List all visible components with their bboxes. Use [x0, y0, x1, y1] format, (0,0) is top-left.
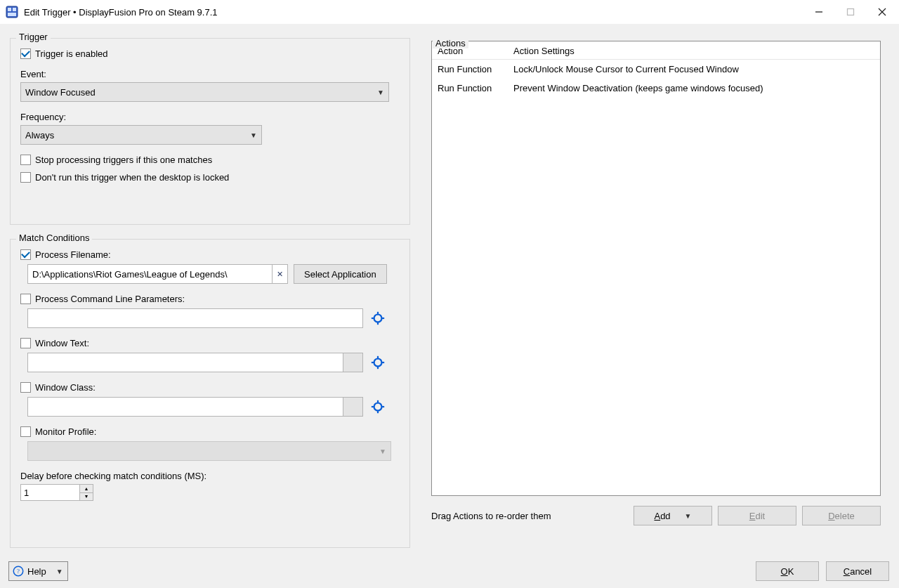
- col-settings-header: Action Settings: [513, 46, 874, 56]
- settings-cell: Lock/Unlock Mouse Cursor to Current Focu…: [513, 64, 874, 74]
- cancel-button[interactable]: Cancel: [826, 561, 889, 581]
- process-filename-label: Process Filename:: [35, 249, 111, 260]
- checkbox-icon: [20, 294, 31, 304]
- frequency-select[interactable]: Always ▼: [20, 125, 262, 145]
- process-cmdline-input[interactable]: [27, 308, 363, 328]
- help-button-label: Help: [27, 566, 46, 577]
- select-application-button[interactable]: Select Application: [294, 264, 387, 284]
- add-button-label: Add: [654, 511, 670, 521]
- frequency-value: Always: [25, 130, 54, 141]
- settings-cell: Prevent Window Deactivation (keeps game …: [513, 83, 874, 93]
- svg-text:?: ?: [17, 568, 20, 575]
- caret-down-icon: ▼: [379, 447, 386, 455]
- checkbox-icon: [20, 172, 31, 183]
- caret-down-icon: ▼: [56, 568, 63, 575]
- cancel-button-label: Cancel: [844, 566, 872, 577]
- window-text-label: Window Text:: [35, 338, 89, 348]
- delay-value-input[interactable]: [20, 484, 79, 501]
- delete-button-label: Delete: [828, 511, 855, 521]
- process-filename-checkbox[interactable]: Process Filename:: [20, 249, 400, 260]
- delete-action-button: Delete: [802, 506, 881, 525]
- process-filename-value: D:\Applications\Riot Games\League of Leg…: [32, 269, 228, 280]
- match-conditions-group: Match Conditions Process Filename: D:\Ap…: [10, 239, 410, 548]
- caret-down-icon: ▼: [685, 512, 692, 520]
- stop-processing-label: Stop processing triggers if this one mat…: [35, 155, 212, 165]
- event-select[interactable]: Window Focused ▼: [20, 82, 389, 102]
- close-button[interactable]: [866, 2, 898, 22]
- title-bar: Edit Trigger • DisplayFusion Pro on Stea…: [0, 0, 899, 24]
- stop-processing-checkbox[interactable]: Stop processing triggers if this one mat…: [20, 155, 400, 165]
- action-cell: Run Function: [438, 83, 513, 93]
- caret-down-icon: ▼: [377, 89, 384, 96]
- table-row[interactable]: Run Function Prevent Window Deactivation…: [432, 79, 880, 98]
- event-value: Window Focused: [25, 87, 96, 98]
- ok-button[interactable]: OK: [756, 561, 819, 581]
- spinner-up-icon[interactable]: ▲: [80, 485, 93, 493]
- dont-run-locked-label: Don't run this trigger when the desktop …: [35, 172, 229, 183]
- help-icon: ?: [12, 565, 25, 577]
- add-action-button[interactable]: Add ▼: [634, 506, 712, 525]
- reorder-hint: Drag Actions to re-order them: [431, 511, 628, 521]
- checkbox-icon: [20, 155, 31, 165]
- caret-down-icon: ▼: [250, 131, 257, 139]
- svg-point-13: [374, 359, 382, 367]
- trigger-enabled-label: Trigger is enabled: [35, 48, 108, 59]
- process-cmdline-label: Process Command Line Parameters:: [35, 294, 185, 304]
- svg-rect-5: [847, 9, 853, 15]
- checkbox-icon: [20, 382, 31, 393]
- select-application-label: Select Application: [304, 269, 376, 280]
- window-class-regex-button[interactable]: [343, 397, 363, 417]
- svg-rect-1: [8, 8, 11, 11]
- frequency-label: Frequency:: [20, 112, 400, 122]
- monitor-profile-checkbox[interactable]: Monitor Profile:: [20, 426, 400, 437]
- delay-spinner[interactable]: ▲ ▼: [20, 484, 93, 501]
- window-class-checkbox[interactable]: Window Class:: [20, 382, 400, 393]
- clear-process-filename-button[interactable]: ✕: [273, 264, 288, 284]
- edit-button-label: Edit: [749, 511, 765, 521]
- app-icon: [6, 6, 18, 18]
- target-picker-button[interactable]: [370, 355, 386, 370]
- window-class-label: Window Class:: [35, 382, 96, 393]
- svg-point-8: [374, 315, 382, 322]
- help-button[interactable]: ? Help ▼: [8, 561, 68, 581]
- clear-x-icon: ✕: [277, 270, 283, 279]
- target-picker-button[interactable]: [370, 399, 386, 414]
- ok-button-label: OK: [781, 566, 794, 577]
- match-group-title: Match Conditions: [16, 233, 92, 243]
- window-class-input[interactable]: [27, 397, 343, 417]
- actions-table-header: Action Action Settings: [432, 41, 880, 60]
- monitor-profile-label: Monitor Profile:: [35, 426, 96, 437]
- dont-run-locked-checkbox[interactable]: Don't run this trigger when the desktop …: [20, 172, 400, 183]
- event-label: Event:: [20, 69, 400, 79]
- minimize-button[interactable]: [803, 2, 834, 22]
- window-text-checkbox[interactable]: Window Text:: [20, 338, 400, 348]
- trigger-group-title: Trigger: [16, 32, 51, 42]
- actions-group-title: Actions: [433, 38, 468, 48]
- window-title: Edit Trigger • DisplayFusion Pro on Stea…: [24, 7, 218, 18]
- actions-group: Actions Action Action Settings Run Funct…: [431, 41, 881, 525]
- process-cmdline-checkbox[interactable]: Process Command Line Parameters:: [20, 294, 400, 304]
- window-text-regex-button[interactable]: [343, 353, 363, 372]
- delay-label: Delay before checking match conditions (…: [20, 471, 400, 481]
- spinner-down-icon[interactable]: ▼: [80, 493, 93, 501]
- action-cell: Run Function: [438, 64, 513, 74]
- checkbox-checked-icon: [20, 48, 31, 59]
- trigger-group: Trigger Trigger is enabled Event: Window…: [10, 38, 410, 225]
- table-row[interactable]: Run Function Lock/Unlock Mouse Cursor to…: [432, 60, 880, 79]
- trigger-enabled-checkbox[interactable]: Trigger is enabled: [20, 48, 400, 59]
- checkbox-checked-icon: [20, 249, 31, 260]
- window-text-input[interactable]: [27, 353, 343, 372]
- svg-rect-2: [13, 8, 16, 11]
- spinner-arrows[interactable]: ▲ ▼: [79, 484, 93, 501]
- checkbox-icon: [20, 338, 31, 348]
- checkbox-icon: [20, 426, 31, 437]
- process-filename-input[interactable]: D:\Applications\Riot Games\League of Leg…: [27, 264, 273, 284]
- edit-action-button: Edit: [718, 506, 796, 525]
- actions-table[interactable]: Action Action Settings Run Function Lock…: [431, 41, 881, 496]
- svg-point-18: [374, 403, 382, 411]
- svg-rect-3: [8, 13, 16, 16]
- maximize-button: [834, 2, 866, 22]
- target-picker-button[interactable]: [370, 311, 386, 326]
- monitor-profile-select: ▼: [27, 441, 391, 461]
